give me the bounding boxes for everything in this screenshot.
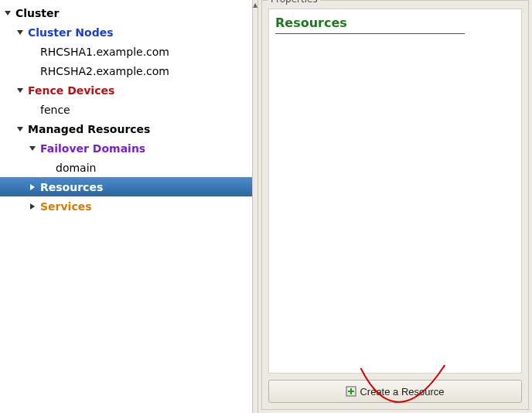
tree-label: Cluster Nodes: [28, 26, 114, 39]
tree-item-cluster[interactable]: Cluster: [0, 3, 252, 22]
properties-group-label: Properties: [268, 0, 320, 5]
expand-toggle-icon[interactable]: [15, 125, 25, 134]
tree-label: Managed Resources: [28, 123, 150, 135]
tree-label: RHCSHA2.example.com: [40, 65, 169, 77]
svg-marker-5: [30, 184, 35, 190]
splitter-arrow-icon: ▲: [253, 2, 257, 9]
tree-label: Cluster: [15, 7, 59, 19]
tree-item-fence[interactable]: fence: [0, 100, 252, 119]
svg-marker-1: [17, 30, 23, 35]
tree-item-node[interactable]: RHCSHA2.example.com: [0, 61, 252, 80]
tree-item-cluster-nodes[interactable]: Cluster Nodes: [0, 22, 252, 42]
properties-panel: Properties Resources Create a Resource: [258, 0, 532, 413]
cluster-tree: Cluster Cluster Nodes RHCSHA1.example.co…: [0, 0, 252, 216]
pane-splitter[interactable]: ▲: [252, 0, 258, 413]
expand-toggle-icon[interactable]: [15, 86, 25, 95]
tree-item-failover-domains[interactable]: Failover Domains: [0, 138, 252, 158]
svg-rect-9: [348, 391, 354, 392]
tree-item-domain[interactable]: domain: [0, 158, 252, 177]
tree-item-managed-resources[interactable]: Managed Resources: [0, 119, 252, 138]
tree-label: Failover Domains: [40, 142, 145, 155]
collapse-toggle-icon[interactable]: [28, 183, 37, 192]
expand-toggle-icon[interactable]: [28, 144, 37, 153]
create-resource-button[interactable]: Create a Resource: [268, 380, 522, 403]
collapse-toggle-icon[interactable]: [28, 202, 37, 211]
add-icon: [346, 386, 356, 397]
create-resource-label: Create a Resource: [360, 386, 444, 398]
tree-panel: Cluster Cluster Nodes RHCSHA1.example.co…: [0, 0, 252, 413]
tree-label: RHCSHA1.example.com: [40, 46, 169, 58]
expand-toggle-icon[interactable]: [3, 9, 12, 18]
svg-marker-4: [29, 146, 36, 151]
properties-heading: Resources: [275, 15, 465, 34]
tree-label: Resources: [40, 181, 103, 193]
properties-group: Properties Resources Create a Resource: [261, 0, 529, 410]
tree-label: Services: [40, 200, 92, 213]
svg-marker-3: [17, 127, 23, 131]
tree-label: fence: [40, 104, 70, 116]
tree-item-services[interactable]: Services: [0, 196, 252, 216]
tree-item-node[interactable]: RHCSHA1.example.com: [0, 42, 252, 61]
tree-label: domain: [56, 162, 96, 174]
tree-item-fence-devices[interactable]: Fence Devices: [0, 80, 252, 100]
tree-item-resources[interactable]: Resources: [0, 177, 252, 196]
tree-label: Fence Devices: [28, 84, 114, 97]
svg-marker-6: [30, 203, 35, 210]
properties-content: Resources: [268, 9, 522, 374]
svg-marker-0: [5, 11, 11, 15]
expand-toggle-icon[interactable]: [15, 28, 25, 37]
svg-marker-2: [17, 88, 23, 93]
